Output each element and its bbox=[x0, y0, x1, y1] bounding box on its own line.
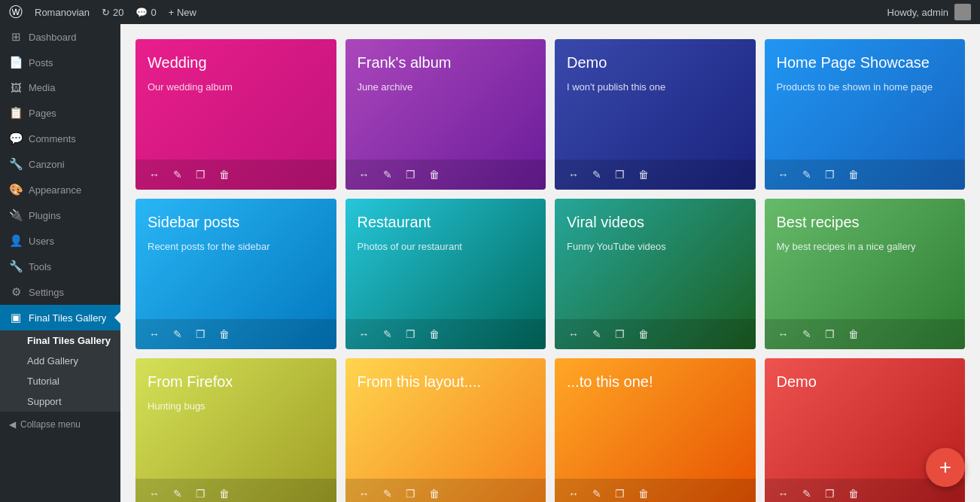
sidebar-item-posts[interactable]: 📄 Posts bbox=[0, 50, 120, 75]
card-title: Best recipes bbox=[777, 212, 954, 232]
card-delete-button[interactable]: 🗑 bbox=[218, 167, 231, 182]
card-copy-button[interactable]: ❐ bbox=[823, 167, 836, 182]
card-code-button[interactable]: ↔ bbox=[567, 486, 580, 501]
card-delete-button[interactable]: 🗑 bbox=[428, 327, 441, 342]
ftg-icon: ▣ bbox=[9, 311, 23, 324]
card-copy-button[interactable]: ❐ bbox=[823, 327, 836, 342]
submenu-item-tutorial[interactable]: Tutorial bbox=[0, 371, 120, 391]
card-edit-button[interactable]: ✎ bbox=[801, 327, 813, 342]
sidebar-item-users[interactable]: 👤 Users bbox=[0, 228, 120, 254]
submenu-item-ftg-main[interactable]: Final Tiles Gallery bbox=[0, 330, 120, 351]
card-delete-button[interactable]: 🗑 bbox=[847, 486, 860, 501]
sidebar-item-pages[interactable]: 📋 Pages bbox=[0, 100, 120, 126]
card-code-button[interactable]: ↔ bbox=[148, 167, 161, 182]
card-body: Home Page Showcase Products to be shown … bbox=[765, 39, 966, 160]
card-body: Sidebar posts Recent posts for the sideb… bbox=[135, 199, 336, 319]
comment-icon: 💬 bbox=[135, 7, 148, 18]
card-copy-button[interactable]: ❐ bbox=[823, 486, 836, 501]
card-body: Restaurant Photos of our restaurant bbox=[345, 199, 546, 319]
card-code-button[interactable]: ↔ bbox=[148, 486, 161, 501]
card-copy-button[interactable]: ❐ bbox=[613, 486, 626, 501]
card-copy-button[interactable]: ❐ bbox=[613, 327, 626, 342]
wp-logo[interactable]: ⓦ bbox=[9, 3, 23, 21]
card-edit-button[interactable]: ✎ bbox=[172, 167, 184, 182]
gallery-card-from-firefox: From Firefox Hunting bugs ↔ ✎ ❐ 🗑 bbox=[135, 358, 336, 502]
dashboard-icon: ⊞ bbox=[9, 30, 23, 44]
sidebar-label-settings: Settings bbox=[29, 287, 64, 298]
gallery-card-viral-videos: Viral videos Funny YouTube videos ↔ ✎ ❐ … bbox=[555, 199, 756, 349]
card-edit-button[interactable]: ✎ bbox=[591, 167, 603, 182]
sidebar-label-canzoni: Canzoni bbox=[29, 159, 65, 170]
card-edit-button[interactable]: ✎ bbox=[801, 167, 813, 182]
sidebar-label-media: Media bbox=[29, 82, 55, 93]
card-title: Viral videos bbox=[567, 212, 744, 232]
add-gallery-fab[interactable]: + bbox=[926, 448, 965, 487]
card-edit-button[interactable]: ✎ bbox=[382, 327, 394, 342]
card-desc: My best recipes in a nice gallery bbox=[777, 241, 954, 252]
card-code-button[interactable]: ↔ bbox=[358, 486, 371, 501]
card-title: Restaurant bbox=[358, 212, 534, 232]
card-actions: ↔ ✎ ❐ 🗑 bbox=[345, 160, 546, 190]
card-code-button[interactable]: ↔ bbox=[777, 327, 790, 342]
sidebar-label-pages: Pages bbox=[29, 108, 56, 119]
card-code-button[interactable]: ↔ bbox=[567, 167, 580, 182]
card-delete-button[interactable]: 🗑 bbox=[637, 486, 650, 501]
card-delete-button[interactable]: 🗑 bbox=[428, 167, 441, 182]
sidebar-item-dashboard[interactable]: ⊞ Dashboard bbox=[0, 24, 120, 50]
card-code-button[interactable]: ↔ bbox=[358, 327, 371, 342]
card-code-button[interactable]: ↔ bbox=[777, 486, 790, 501]
card-copy-button[interactable]: ❐ bbox=[404, 327, 417, 342]
card-code-button[interactable]: ↔ bbox=[567, 327, 580, 342]
card-edit-button[interactable]: ✎ bbox=[172, 486, 184, 501]
main-content: Wedding Our wedding album ↔ ✎ ❐ 🗑 Frank'… bbox=[120, 24, 980, 502]
card-delete-button[interactable]: 🗑 bbox=[637, 327, 650, 342]
card-code-button[interactable]: ↔ bbox=[358, 167, 371, 182]
new-button[interactable]: + New bbox=[169, 7, 196, 18]
card-copy-button[interactable]: ❐ bbox=[404, 486, 417, 501]
submenu-item-support[interactable]: Support bbox=[0, 391, 120, 412]
card-code-button[interactable]: ↔ bbox=[148, 327, 161, 342]
site-name[interactable]: Romanovian bbox=[35, 7, 90, 18]
card-body: From this layout.... bbox=[345, 358, 546, 479]
card-edit-button[interactable]: ✎ bbox=[172, 327, 184, 342]
card-delete-button[interactable]: 🗑 bbox=[847, 167, 860, 182]
sidebar-item-tools[interactable]: 🔧 Tools bbox=[0, 254, 120, 279]
sidebar-label-plugins: Plugins bbox=[29, 210, 61, 221]
updates-count[interactable]: ↻ 20 bbox=[102, 7, 123, 18]
update-icon: ↻ bbox=[102, 7, 110, 18]
submenu-item-add-gallery[interactable]: Add Gallery bbox=[0, 351, 120, 371]
card-delete-button[interactable]: 🗑 bbox=[637, 167, 650, 182]
sidebar-item-plugins[interactable]: 🔌 Plugins bbox=[0, 202, 120, 228]
card-delete-button[interactable]: 🗑 bbox=[428, 486, 441, 501]
card-copy-button[interactable]: ❐ bbox=[613, 167, 626, 182]
card-delete-button[interactable]: 🗑 bbox=[218, 327, 231, 342]
card-copy-button[interactable]: ❐ bbox=[194, 327, 207, 342]
card-edit-button[interactable]: ✎ bbox=[382, 486, 394, 501]
card-edit-button[interactable]: ✎ bbox=[591, 486, 603, 501]
card-actions: ↔ ✎ ❐ 🗑 bbox=[765, 319, 966, 349]
card-delete-button[interactable]: 🗑 bbox=[847, 327, 860, 342]
card-edit-button[interactable]: ✎ bbox=[591, 327, 603, 342]
sidebar-item-comments[interactable]: 💬 Comments bbox=[0, 126, 120, 151]
active-arrow bbox=[114, 312, 120, 324]
card-actions: ↔ ✎ ❐ 🗑 bbox=[555, 160, 756, 190]
card-delete-button[interactable]: 🗑 bbox=[218, 486, 231, 501]
card-copy-button[interactable]: ❐ bbox=[194, 486, 207, 501]
sidebar-item-settings[interactable]: ⚙ Settings bbox=[0, 279, 120, 305]
comments-count[interactable]: 💬 0 bbox=[135, 7, 156, 18]
sidebar-item-canzoni[interactable]: 🔧 Canzoni bbox=[0, 151, 120, 177]
collapse-menu-button[interactable]: ◀ Collapse menu bbox=[0, 412, 120, 437]
card-edit-button[interactable]: ✎ bbox=[801, 486, 813, 501]
card-copy-button[interactable]: ❐ bbox=[404, 167, 417, 182]
sidebar-item-ftg[interactable]: ▣ Final Tiles Gallery bbox=[0, 305, 120, 330]
card-body: ...to this one! bbox=[555, 358, 756, 479]
sidebar-item-media[interactable]: 🖼 Media bbox=[0, 75, 120, 100]
sidebar-item-appearance[interactable]: 🎨 Appearance bbox=[0, 177, 120, 202]
card-copy-button[interactable]: ❐ bbox=[194, 167, 207, 182]
card-code-button[interactable]: ↔ bbox=[777, 167, 790, 182]
card-title: From this layout.... bbox=[358, 372, 534, 391]
card-desc: Funny YouTube videos bbox=[567, 241, 744, 252]
card-desc: Our wedding album bbox=[148, 81, 324, 93]
gallery-grid: Wedding Our wedding album ↔ ✎ ❐ 🗑 Frank'… bbox=[135, 39, 965, 502]
card-edit-button[interactable]: ✎ bbox=[382, 167, 394, 182]
